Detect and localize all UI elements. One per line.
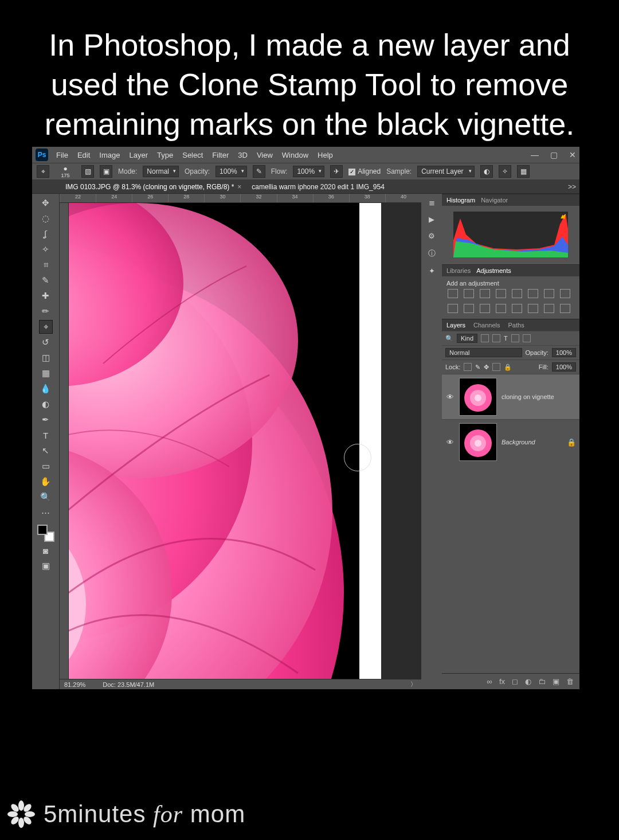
shape-filter-icon[interactable] [511,334,519,342]
layer-style-icon[interactable]: fx [499,677,505,686]
clone-source-icon[interactable]: ▣ [100,165,112,178]
eyedropper-tool-icon[interactable]: ✎ [39,274,53,287]
hue-sat-icon[interactable] [528,289,538,298]
screen-mode-icon[interactable]: ▣ [39,559,53,573]
tab-secondary-document[interactable]: camellia warm iphone 2020 edit 1 IMG_954 [248,183,387,191]
adjustment-layer-icon[interactable]: ◐ [525,677,531,686]
quick-mask-icon[interactable]: ◙ [39,544,53,557]
type-filter-icon[interactable]: T [504,335,508,342]
blur-tool-icon[interactable]: 💧 [39,382,53,396]
gradient-map-icon[interactable] [544,304,554,313]
visibility-toggle-icon[interactable]: 👁 [445,393,455,401]
path-selection-tool-icon[interactable]: ↖ [39,444,53,458]
menu-window[interactable]: Window [282,151,308,159]
tab-navigator[interactable]: Navigator [481,197,508,204]
threshold-icon[interactable] [528,304,538,313]
fill-select[interactable]: 100% [552,362,576,372]
menu-type[interactable]: Type [157,151,173,159]
tab-layers[interactable]: Layers [446,322,465,329]
marquee-tool-icon[interactable]: ◌ [39,212,53,225]
flow-select[interactable]: 100% [293,166,324,177]
brush-tool-icon[interactable]: ✏ [39,304,53,318]
posterize-icon[interactable] [512,304,522,313]
menu-image[interactable]: Image [99,151,120,159]
document-canvas[interactable] [69,203,421,679]
delete-layer-icon[interactable]: 🗑 [566,677,574,686]
smart-filter-icon[interactable] [523,334,531,342]
menu-filter[interactable]: Filter [212,151,229,159]
lock-transparency-icon[interactable] [464,363,472,371]
opacity-select[interactable]: 100% [216,166,247,177]
aligned-checkbox[interactable]: Aligned [348,167,381,175]
hand-tool-icon[interactable]: ✋ [39,475,53,489]
clone-stamp-tool-icon[interactable]: ⌖ [39,320,53,334]
pixel-filter-icon[interactable] [481,334,489,342]
ignore-adj-icon[interactable]: ◐ [480,165,493,178]
info-panel-icon[interactable]: ⓘ [428,248,436,259]
lasso-tool-icon[interactable]: ʆ [39,227,53,241]
history-panel-icon[interactable]: ≣ [429,198,435,207]
filter-kind-select[interactable]: Kind [457,334,477,343]
lock-pixels-icon[interactable]: ✎ [475,364,480,371]
selective-color-icon[interactable] [560,304,570,313]
color-balance-icon[interactable] [544,289,554,298]
color-lookup-icon[interactable] [480,304,490,313]
layer-mask-icon[interactable]: ◻ [512,677,518,686]
curves-icon[interactable] [480,289,490,298]
character-panel-icon[interactable]: ✦ [429,267,435,275]
bw-icon[interactable] [560,289,570,298]
magic-wand-tool-icon[interactable]: ✧ [39,243,53,256]
menu-view[interactable]: View [257,151,273,159]
vibrance-icon[interactable] [512,289,522,298]
group-layers-icon[interactable]: 🗀 [538,677,546,686]
brush-preview[interactable]: ●175 [55,165,76,178]
layer-opacity-select[interactable]: 100% [552,348,576,357]
window-maximize-icon[interactable]: ▢ [550,150,558,159]
tab-channels[interactable]: Channels [473,322,500,329]
histogram-warning-icon[interactable]: ▲ [559,213,566,220]
photo-filter-icon[interactable] [448,304,458,313]
color-swatches[interactable] [37,525,54,542]
tab-libraries[interactable]: Libraries [446,267,471,274]
tabs-overflow-icon[interactable]: >> [568,183,576,191]
tab-adjustments[interactable]: Adjustments [476,267,511,274]
airbrush-icon[interactable]: ✈ [330,165,343,178]
menu-edit[interactable]: Edit [77,151,90,159]
visibility-toggle-icon[interactable]: 👁 [445,438,455,447]
channel-mixer-icon[interactable] [464,304,474,313]
type-tool-icon[interactable]: T [39,428,53,442]
zoom-tool-icon[interactable]: 🔍 [39,490,53,504]
gradient-tool-icon[interactable]: ▦ [39,366,53,380]
invert-icon[interactable] [496,304,506,313]
zoom-readout[interactable]: 81.29% [64,681,85,688]
move-tool-icon[interactable]: ✥ [39,196,53,210]
edit-toolbar-icon[interactable]: ⋯ [39,506,53,519]
eraser-tool-icon[interactable]: ◫ [39,351,53,365]
actions-panel-icon[interactable]: ▶ [429,215,434,224]
menu-help[interactable]: Help [318,151,333,159]
history-brush-tool-icon[interactable]: ↺ [39,335,53,349]
menu-layer[interactable]: Layer [130,151,148,159]
lock-position-icon[interactable]: ✥ [484,364,489,371]
adj-filter-icon[interactable] [492,334,500,342]
layer-blend-mode-select[interactable]: Normal [445,348,522,357]
opacity-pressure-icon[interactable]: ✎ [253,165,265,178]
layer-row-cloning[interactable]: 👁 cloning on vignette [442,374,579,419]
healing-brush-tool-icon[interactable]: ✚ [39,289,53,303]
size-pressure-icon[interactable]: ✧ [499,165,511,178]
dodge-tool-icon[interactable]: ◐ [39,397,53,411]
layer-name[interactable]: Background [502,439,535,446]
tab-active-document[interactable]: IMG 0103.JPG @ 81.3% (cloning on vignett… [62,183,245,191]
close-tab-icon[interactable]: × [237,183,241,191]
blend-mode-select[interactable]: Normal [143,166,179,177]
overlay-icon[interactable]: ▦ [517,165,530,178]
sample-select[interactable]: Current Layer [417,166,475,177]
crop-tool-icon[interactable]: ⌗ [39,258,53,272]
menu-file[interactable]: File [56,151,68,159]
lock-artboard-icon[interactable] [492,363,500,371]
lock-all-icon[interactable]: 🔒 [504,364,512,371]
brightness-contrast-icon[interactable] [448,289,458,298]
properties-panel-icon[interactable]: ⚙ [428,232,435,240]
window-minimize-icon[interactable]: — [531,150,539,159]
brush-panel-icon[interactable]: ▧ [81,165,94,178]
